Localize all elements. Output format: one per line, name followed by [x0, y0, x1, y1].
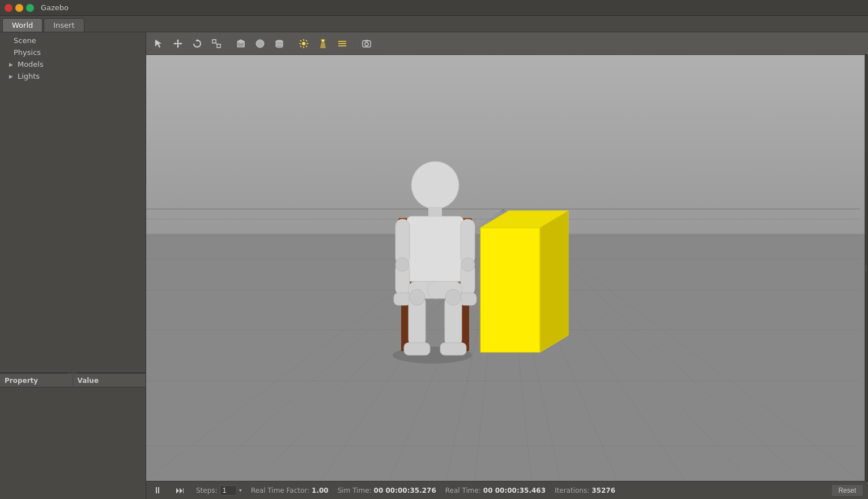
minimize-button[interactable]	[15, 4, 23, 12]
cylinder-shape-button[interactable]	[270, 35, 288, 52]
content-area: Scene Physics Models Lights ··· Property…	[0, 32, 868, 499]
svg-point-79	[395, 258, 409, 271]
spot-light-button[interactable]	[314, 35, 332, 52]
svg-rect-90	[440, 343, 466, 355]
steps-group: Steps: ▾	[196, 485, 242, 496]
svg-marker-93	[540, 211, 568, 352]
property-col-header: Property	[0, 374, 73, 387]
maximize-button[interactable]	[26, 4, 34, 12]
tree-item-models[interactable]: Models	[0, 58, 146, 70]
tree-item-scene[interactable]: Scene	[0, 35, 146, 46]
realtime-value: 00 00:00:35.463	[483, 487, 546, 494]
window-controls	[5, 4, 34, 12]
svg-line-26	[300, 46, 301, 47]
steps-label: Steps:	[196, 487, 218, 494]
property-panel: Property Value	[0, 374, 146, 499]
titlebar: Gazebo	[0, 0, 868, 16]
right-area: ⋮ ⏸ ⏭ Steps: ▾ Real Time Factor: 1.00 Si…	[146, 32, 868, 499]
translate-tool-button[interactable]	[169, 35, 187, 52]
property-header: Property Value	[0, 374, 146, 387]
sphere-shape-button[interactable]	[251, 35, 269, 52]
svg-rect-91	[480, 228, 540, 352]
iterations-value: 35276	[592, 487, 615, 494]
tab-insert[interactable]: Insert	[44, 18, 84, 32]
svg-line-29	[321, 40, 322, 40]
svg-line-24	[306, 46, 307, 47]
svg-point-87	[409, 289, 425, 305]
box-shape-button[interactable]	[232, 35, 250, 52]
svg-point-13	[256, 40, 264, 48]
world-tree: Scene Physics Models Lights	[0, 32, 146, 371]
svg-marker-5	[180, 42, 182, 45]
toolbar-separator-3	[354, 37, 355, 50]
status-bar: ⏸ ⏭ Steps: ▾ Real Time Factor: 1.00 Sim …	[146, 481, 868, 499]
reset-button[interactable]: Reset	[831, 484, 863, 497]
iterations-group: Iterations: 35276	[555, 487, 615, 494]
main-container: World Insert Scene Physics Models Lights…	[0, 16, 868, 499]
rtf-value: 1.00	[312, 487, 329, 494]
step-button[interactable]: ⏭	[173, 484, 187, 497]
rtf-label: Real Time Factor:	[251, 487, 309, 494]
rtf-group: Real Time Factor: 1.00	[251, 487, 329, 494]
select-tool-button[interactable]	[150, 35, 168, 52]
simtime-value: 00 00:00:35.276	[374, 487, 436, 494]
svg-point-80	[461, 258, 475, 271]
screenshot-button[interactable]	[358, 35, 376, 52]
tree-item-physics[interactable]: Physics	[0, 46, 146, 58]
svg-point-17	[276, 45, 283, 48]
value-col-header: Value	[73, 374, 146, 387]
svg-marker-31	[320, 42, 326, 48]
svg-rect-8	[217, 44, 220, 48]
toolbar-separator-2	[291, 37, 292, 50]
point-light-button[interactable]	[295, 35, 313, 52]
dir-light-button[interactable]	[333, 35, 351, 52]
svg-marker-3	[177, 46, 179, 48]
svg-line-9	[216, 43, 217, 44]
close-button[interactable]	[5, 4, 12, 12]
realtime-label: Real Time:	[445, 487, 481, 494]
tree-item-lights[interactable]: Lights	[0, 70, 146, 82]
svg-marker-4	[173, 42, 176, 45]
svg-line-30	[324, 40, 325, 40]
svg-point-18	[302, 42, 305, 45]
svg-marker-2	[177, 39, 179, 41]
svg-point-72	[411, 161, 459, 209]
left-panel: Scene Physics Models Lights ··· Property…	[0, 32, 146, 499]
simtime-label: Sim Time:	[338, 487, 372, 494]
svg-point-36	[365, 42, 368, 46]
iterations-label: Iterations:	[555, 487, 589, 494]
tab-bar: World Insert	[0, 16, 868, 32]
scene-objects	[146, 55, 868, 481]
scale-tool-button[interactable]	[207, 35, 225, 52]
simtime-group: Sim Time: 00 00:00:35.276	[338, 487, 436, 494]
toolbar	[146, 32, 868, 55]
app-title: Gazebo	[41, 3, 69, 12]
tab-world[interactable]: World	[2, 18, 42, 32]
toolbar-separator-1	[228, 37, 229, 50]
svg-line-25	[306, 40, 307, 41]
svg-rect-7	[212, 40, 216, 43]
svg-point-88	[445, 289, 461, 305]
steps-input[interactable]	[220, 485, 237, 496]
pause-button[interactable]: ⏸	[151, 484, 164, 497]
rotate-tool-button[interactable]	[188, 35, 206, 52]
realtime-group: Real Time: 00 00:00:35.463	[445, 487, 546, 494]
3d-viewport[interactable]: ⋮	[146, 55, 868, 481]
svg-rect-89	[404, 343, 430, 355]
right-splitter-indicator: ⋮	[863, 265, 868, 271]
svg-rect-74	[407, 216, 463, 282]
svg-line-23	[300, 40, 301, 41]
right-panel-splitter[interactable]: ⋮	[865, 55, 868, 481]
steps-dropdown-arrow[interactable]: ▾	[239, 487, 242, 493]
